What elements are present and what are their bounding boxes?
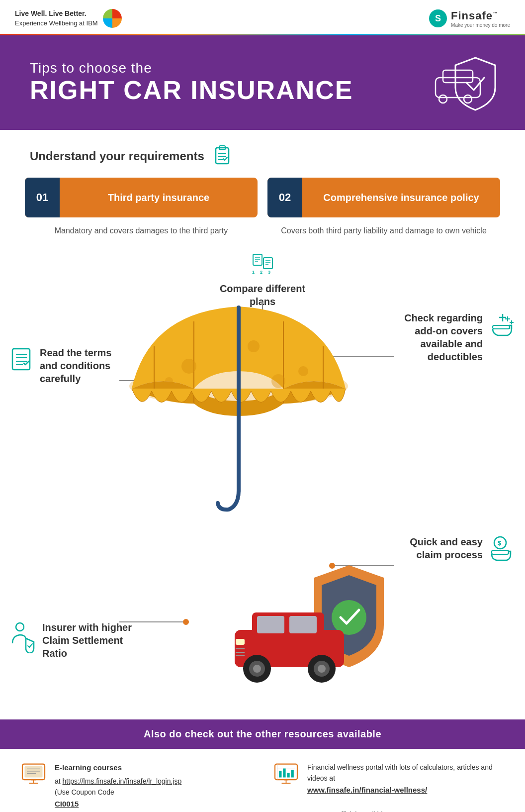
finsafe-logo: S Finsafe™ Make your money do more	[429, 9, 510, 28]
svg-text:1: 1	[252, 270, 255, 275]
insurer-ratio-title: Insurer with higher Claim Settlement Rat…	[42, 621, 134, 660]
svg-point-35	[16, 623, 24, 631]
footer-banner-text: Also do check out the other resources av…	[144, 728, 381, 739]
svg-text:3: 3	[268, 270, 270, 275]
card-title-1: Third party insurance	[60, 186, 258, 209]
ibm-logo-text: Live Well. Live Better. Experience Wellb…	[15, 9, 98, 28]
elearning-title: E-learning courses	[55, 762, 181, 774]
svg-point-45	[298, 366, 308, 376]
car-shield-hero-icon	[426, 50, 505, 115]
svg-rect-75	[283, 769, 285, 778]
svg-rect-52	[289, 616, 317, 633]
read-terms-title: Read the terms and conditions carefully	[40, 346, 119, 385]
svg-point-3	[464, 95, 472, 103]
svg-point-47	[271, 374, 285, 388]
clipboard-icon	[212, 145, 233, 168]
resource-wellness: Financial wellness portal with lots of c…	[272, 762, 505, 812]
elearning-link[interactable]: https://lms.finsafe.in/finsafe/lr_login.…	[63, 777, 182, 785]
card-title-2: Comprehensive insurance policy	[302, 186, 500, 209]
hero-subtitle: Tips to choose the	[30, 60, 353, 76]
dot-insurer	[183, 619, 189, 625]
header: Live Well. Live Better. Experience Wellb…	[0, 0, 525, 34]
svg-rect-71	[275, 764, 297, 780]
car-shield-illustration	[225, 560, 414, 690]
quick-claim-tip: $ Quick and easy claim process	[396, 535, 515, 565]
finsafe-text: Finsafe™ Make your money do more	[451, 9, 510, 28]
svg-point-44	[248, 340, 260, 352]
read-terms-tip: Read the terms and conditions carefully	[10, 346, 119, 385]
finsafe-tagline: Make your money do more	[451, 22, 510, 28]
resource-elearning: E-learning courses at https://lms.finsaf…	[20, 762, 253, 812]
wellness-icon	[272, 762, 300, 786]
footer-resources: E-learning courses at https://lms.finsaf…	[0, 749, 525, 812]
line-insurer	[119, 621, 184, 622]
elearning-text: E-learning courses at https://lms.finsaf…	[55, 762, 181, 812]
svg-point-2	[439, 95, 447, 103]
svg-point-55	[253, 665, 261, 673]
quick-claim-title: Quick and easy claim process	[396, 535, 483, 561]
wellness-text: Financial wellness portal with lots of c…	[307, 762, 505, 812]
understand-title: Understand your requirements	[30, 149, 204, 163]
ibm-circle-icon	[103, 9, 122, 28]
addon-covers-title: Check regarding add-on covers available …	[396, 311, 483, 363]
card-header-1: 01 Third party insurance	[25, 178, 258, 217]
compare-icon: 1 2 3	[213, 252, 312, 279]
finsafe-s-icon: S	[429, 9, 447, 27]
ibm-line2: Experience Wellbeing at IBM	[15, 19, 98, 28]
svg-text:2: 2	[260, 270, 262, 275]
svg-rect-77	[291, 770, 293, 777]
svg-point-48	[332, 600, 366, 635]
ibm-logo: Live Well. Live Better. Experience Wellb…	[15, 9, 122, 28]
insurer-ratio-tip: Insurer with higher Claim Settlement Rat…	[10, 621, 134, 660]
svg-point-58	[318, 665, 326, 673]
middle-section: 1 2 3 Compare different plans	[0, 247, 525, 719]
ibm-line1: Live Well. Live Better.	[15, 9, 98, 19]
wellness-link[interactable]: www.finsafe.in/financial-wellness/	[307, 784, 505, 796]
svg-point-43	[181, 359, 196, 374]
svg-rect-76	[287, 773, 289, 778]
svg-rect-9	[253, 254, 262, 265]
svg-rect-64	[25, 766, 43, 778]
understand-section: Understand your requirements	[0, 130, 525, 173]
umbrella-illustration	[119, 297, 358, 535]
svg-rect-74	[279, 771, 281, 778]
hero-text: Tips to choose the RIGHT CAR INSURANCE	[30, 60, 353, 104]
svg-rect-13	[263, 258, 272, 269]
svg-rect-51	[257, 616, 284, 633]
card-header-2: 02 Comprehensive insurance policy	[267, 178, 500, 217]
read-terms-icon	[10, 346, 35, 376]
svg-rect-31	[493, 325, 510, 329]
addon-covers-tip: Check regarding add-on covers available …	[396, 311, 515, 363]
svg-text:$: $	[498, 539, 502, 547]
insurance-cards: 01 Third party insurance Mandatory and c…	[0, 173, 525, 247]
footer-banner: Also do check out the other resources av…	[0, 719, 525, 749]
card-number-2: 02	[267, 178, 302, 217]
card-desc-1: Mandatory and covers damages to the thir…	[50, 217, 233, 242]
finsafe-name: Finsafe™	[451, 9, 510, 22]
elearning-icon	[20, 762, 47, 786]
card-desc-2: Covers both third party liability and da…	[276, 217, 492, 242]
svg-rect-20	[12, 349, 30, 370]
card-comprehensive: 02 Comprehensive insurance policy Covers…	[267, 178, 500, 242]
coupon-code: CI0015	[55, 798, 181, 810]
hero-banner: Tips to choose the RIGHT CAR INSURANCE	[0, 35, 525, 130]
hero-title: RIGHT CAR INSURANCE	[30, 76, 353, 104]
quick-claim-icon: $	[488, 535, 515, 565]
svg-rect-1	[443, 70, 473, 83]
page: Live Well. Live Better. Experience Wellb…	[0, 0, 525, 812]
svg-point-46	[165, 377, 173, 385]
svg-rect-34	[492, 550, 509, 554]
svg-rect-59	[236, 639, 245, 645]
card-number-1: 01	[25, 178, 60, 217]
card-third-party: 01 Third party insurance Mandatory and c…	[25, 178, 258, 242]
addon-covers-icon	[488, 311, 515, 341]
insurer-ratio-icon	[10, 621, 37, 655]
